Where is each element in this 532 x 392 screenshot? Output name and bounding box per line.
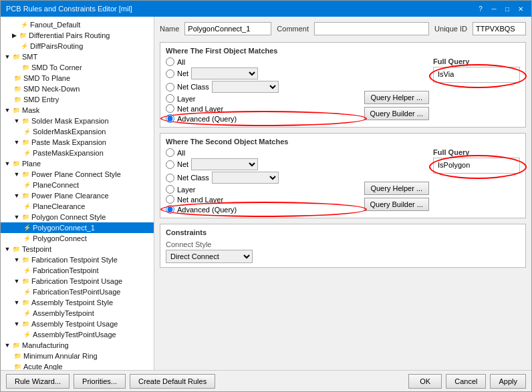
tree-item-polygonconnect[interactable]: ⚡ PolygonConnect (1, 233, 154, 244)
second-layer-radio[interactable] (166, 185, 174, 194)
second-net-radio[interactable] (166, 160, 174, 169)
name-input[interactable] (184, 22, 271, 35)
maximize-button[interactable]: □ (502, 3, 513, 14)
folder-icon: 📁 (11, 159, 21, 168)
ok-button[interactable]: OK (408, 374, 442, 389)
tree-item-testpoint[interactable]: ▼ 📁 Testpoint (1, 244, 154, 254)
uniqueid-label: Unique ID (434, 25, 467, 33)
first-net-dropdown[interactable] (191, 67, 258, 79)
tree-item-paste-mask[interactable]: ▼ 📁 Paste Mask Expansion (1, 137, 154, 148)
apply-button[interactable]: Apply (490, 374, 526, 389)
folder-icon: 📁 (21, 298, 30, 307)
first-full-query-label: Full Query (433, 57, 520, 65)
second-query-helper-btn[interactable]: Query Helper ... (364, 182, 429, 195)
tree-item-polygonconnect-1[interactable]: ⚡ PolygonConnect_1 (1, 222, 154, 233)
first-match-section: Where The First Object Matches All Net (160, 42, 526, 128)
tree-item-mask[interactable]: ▼ 📁 Mask (1, 105, 154, 116)
tree-item-solder-mask[interactable]: ▼ 📁 Solder Mask Expansion (1, 116, 154, 126)
folder-icon: 📁 (11, 341, 21, 350)
tree-item-assy-testpoint-style[interactable]: ▼ 📁 Assembly Testpoint Style (1, 297, 154, 308)
rule-icon: ⚡ (22, 309, 31, 318)
first-netclass-radio-row: Net Class (166, 81, 360, 93)
tree-item-label: PlaneClearance (33, 202, 85, 210)
first-adv-radio-row: Advanced (Query) (166, 114, 360, 123)
tree-item-fab-testpoint-style[interactable]: ▼ 📁 Fabrication Testpoint Style (1, 254, 154, 265)
tree-item-label: DiffPairsRouting (30, 42, 83, 50)
expand-icon: ▼ (3, 246, 11, 252)
first-netclass-radio[interactable] (166, 83, 174, 91)
tree-item-plane[interactable]: ▼ 📁 Plane (1, 158, 154, 169)
bottom-bar: Rule Wizard... Priorities... Create Defa… (1, 370, 531, 391)
tree-item-label: Power Plane Clearance (31, 192, 109, 200)
folder-icon: 📁 (11, 52, 21, 61)
second-full-query-box: IsPolygon (433, 158, 520, 174)
tree-item-diff-pairs[interactable]: ▶ 📁 Differential Pairs Routing (1, 30, 154, 41)
tree-item-fab-testpoint-usage[interactable]: ▼ 📁 Fabrication Testpoint Usage (1, 276, 154, 286)
tree-item-fabricationtestpoint[interactable]: ⚡ FabricationTestpoint (1, 265, 154, 276)
tree-item-smd-neckdown[interactable]: 📁 SMD Neck-Down (1, 83, 154, 94)
first-query-builder-btn[interactable]: Query Builder ... (364, 107, 429, 120)
first-query-helper-btn[interactable]: Query Helper ... (364, 91, 429, 104)
first-match-radios: All Net Net Class (166, 57, 360, 123)
close-button[interactable]: ✕ (515, 3, 526, 14)
tree-item-manufacturing[interactable]: ▼ 📁 Manufacturing (1, 340, 154, 351)
tree-item-acute-angle[interactable]: 📁 Acute Angle (1, 361, 154, 370)
tree-item-planeclearance[interactable]: ⚡ PlaneClearance (1, 201, 154, 212)
tree-item-planeconnect[interactable]: ⚡ PlaneConnect (1, 180, 154, 190)
connect-style-label: Connect Style (166, 240, 520, 248)
tree-item-polygon-connect-style[interactable]: ▼ 📁 Polygon Connect Style (1, 212, 154, 222)
tree-item-pastemaskexpansion[interactable]: ⚡ PasteMaskExpansion (1, 148, 154, 158)
tree-item-assembly-testpoint-usage[interactable]: ⚡ AssemblyTestPointUsage (1, 329, 154, 340)
help-button[interactable]: ? (475, 3, 486, 14)
tree-item-label: PolygonConnect_1 (33, 224, 95, 232)
second-netclass-radio[interactable] (166, 174, 174, 182)
second-advanced-radio[interactable] (166, 205, 174, 214)
first-netlayer-radio[interactable] (166, 104, 174, 113)
comment-input[interactable] (314, 22, 429, 35)
tree-item-power-connect-style[interactable]: ▼ 📁 Power Plane Connect Style (1, 169, 154, 180)
first-net-radio[interactable] (166, 69, 174, 78)
cancel-button[interactable]: Cancel (446, 374, 486, 389)
connect-style-dropdown[interactable]: Direct Connect Relief Connect No Connect (166, 250, 253, 263)
first-layer-radio[interactable] (166, 94, 174, 103)
folder-icon: 📁 (21, 138, 30, 147)
tree-item-fanout-default[interactable]: ⚡ Fanout_Default (1, 19, 154, 30)
first-all-radio[interactable] (166, 57, 174, 66)
title-bar-controls: ? ─ □ ✕ (475, 3, 526, 14)
tree-item-assemblytestpoint[interactable]: ⚡ AssemblyTestpoint (1, 308, 154, 319)
second-net-dropdown[interactable] (191, 158, 258, 170)
tree-item-min-annular[interactable]: 📁 Minimum Annular Ring (1, 351, 154, 361)
second-netclass-dropdown[interactable] (212, 172, 279, 184)
tree-item-label: SMD Entry (23, 95, 59, 104)
first-advanced-radio[interactable] (166, 114, 174, 123)
tree-item-fab-testpoint-usage-rule[interactable]: ⚡ FabricationTestPointUsage (1, 286, 154, 297)
folder-icon: 📁 (21, 255, 30, 264)
expand-icon: ▼ (13, 214, 21, 220)
second-layer-radio-row: Layer (166, 185, 360, 194)
tree-item-diffpairsrouting[interactable]: ⚡ DiffPairsRouting (1, 41, 154, 51)
second-all-radio[interactable] (166, 148, 174, 157)
folder-icon: 📁 (18, 31, 27, 40)
tree-item-label: Polygon Connect Style (31, 213, 106, 221)
first-layer-radio-row: Layer (166, 94, 360, 103)
minimize-button[interactable]: ─ (489, 3, 499, 14)
second-query-builder-btn[interactable]: Query Builder ... (364, 198, 429, 211)
tree-item-assy-testpoint-usage[interactable]: ▼ 📁 Assembly Testpoint Usage (1, 319, 154, 329)
priorities-button[interactable]: Priorities... (74, 374, 126, 389)
first-netclass-dropdown[interactable] (212, 81, 279, 93)
tree-panel: ⚡ Fanout_Default ▶ 📁 Differential Pairs … (1, 17, 154, 370)
create-default-rules-button[interactable]: Create Default Rules (130, 374, 215, 389)
tree-item-soldermaskexpansion[interactable]: ⚡ SolderMaskExpansion (1, 126, 154, 137)
folder-icon: 📁 (13, 73, 22, 83)
second-match-radios: All Net Net Class (166, 148, 360, 214)
second-netlayer-radio[interactable] (166, 195, 174, 204)
uniqueid-input[interactable] (473, 22, 526, 35)
rule-wizard-button[interactable]: Rule Wizard... (6, 374, 70, 389)
tree-item-smt[interactable]: ▼ 📁 SMT (1, 51, 154, 62)
tree-item-smd-plane[interactable]: 📁 SMD To Plane (1, 73, 154, 83)
second-full-query-label: Full Query (433, 148, 520, 156)
tree-item-power-clearance[interactable]: ▼ 📁 Power Plane Clearance (1, 190, 154, 201)
tree-item-smd-corner[interactable]: 📁 SMD To Corner (1, 62, 154, 73)
tree-item-smd-entry[interactable]: 📁 SMD Entry (1, 94, 154, 105)
folder-icon: 📁 (21, 116, 30, 126)
